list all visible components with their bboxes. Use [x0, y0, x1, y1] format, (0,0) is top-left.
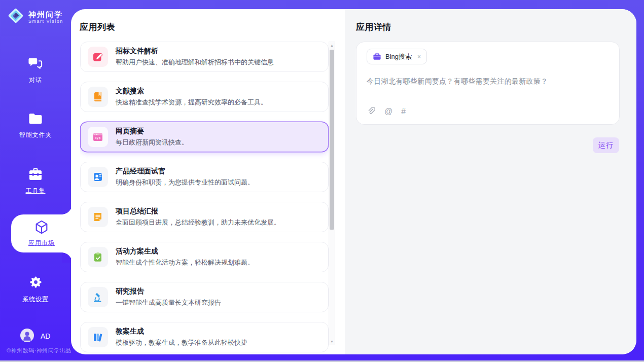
sidebar-item-smart-folder[interactable]: 智能文件夹: [0, 113, 71, 139]
app-card-literature-search[interactable]: 文献搜索 快速精准查找学术资源，提高研究效率的必备工具。: [80, 82, 329, 112]
toolbox-icon: [28, 167, 43, 182]
query-text[interactable]: 今日湖北有哪些新闻要点？有哪些需要关注的最新政策？: [367, 77, 548, 86]
copyright-footer: ©神州数码·神州问学出品: [7, 347, 71, 354]
app-description: 明确身份和职责，为您提供专业性的面试问题。: [116, 178, 254, 187]
scrollbar-down-arrow[interactable]: ▼: [329, 340, 335, 343]
app-name: 产品经理面试官: [116, 167, 254, 176]
app-description: 一键智能生成高质量长文本研究报告: [116, 298, 221, 307]
brand-logo: 神州问学 Smart Vision: [7, 7, 63, 27]
app-name: 研究报告: [116, 287, 221, 296]
app-name: 活动方案生成: [116, 247, 254, 256]
app-card-event-plan[interactable]: 活动方案生成 智能生成个性化活动方案，轻松解决规划难题。: [80, 242, 329, 272]
app-list: 招标文件解析 帮助用户快速、准确地理解和解析招标书中的关键信息 文献搜索 快速精…: [80, 42, 329, 354]
app-list-scrollbar[interactable]: ▲ ▼: [329, 42, 335, 345]
app-description: 全面回顾项目进展，总结经验教训，助力未来优化发展。: [116, 218, 280, 227]
diamond-logo-icon: [7, 7, 25, 27]
tool-chip-bing-search[interactable]: Bing搜索 ×: [367, 49, 427, 64]
user-account[interactable]: AD: [20, 329, 50, 344]
app-description: 智能生成个性化活动方案，轻松解决规划难题。: [116, 258, 254, 267]
app-name: 教案生成: [116, 327, 247, 336]
attachment-toolbar: @ #: [367, 106, 406, 116]
memo-icon: [88, 207, 108, 227]
app-description: 每日政府新闻资讯快查。: [116, 138, 188, 147]
avatar: [20, 329, 34, 344]
briefcase-icon: [373, 52, 381, 61]
scrollbar-up-arrow[interactable]: ▲: [329, 44, 335, 47]
folder-icon: [28, 113, 43, 126]
app-detail-title: 应用详情: [356, 21, 391, 33]
mention-icon[interactable]: @: [384, 107, 392, 116]
app-card-research-report[interactable]: 研究报告 一键智能生成高质量长文本研究报告: [80, 282, 329, 312]
app-list-section: 应用列表 招标文件解析 帮助用户快速、准确地理解和解析招标书中的关键信息: [71, 9, 345, 354]
app-card-webpage-summary[interactable]: 网页摘要 每日政府新闻资讯快查。: [80, 122, 329, 152]
research-icon: [88, 287, 108, 307]
brand-tagline: Smart Vision: [28, 19, 63, 24]
books-icon: [88, 327, 108, 347]
brand-name: 神州问学: [28, 10, 63, 19]
webpage-code-icon: [88, 127, 108, 147]
app-name: 文献搜索: [116, 87, 267, 96]
app-card-bid-parse[interactable]: 招标文件解析 帮助用户快速、准确地理解和解析招标书中的关键信息: [80, 42, 329, 72]
app-name: 招标文件解析: [116, 47, 274, 56]
sidebar-item-label: 工具集: [26, 187, 46, 195]
prompt-card[interactable]: Bing搜索 × 今日湖北有哪些新闻要点？有哪些需要关注的最新政策？ @ #: [356, 42, 620, 125]
sidebar-item-app-market[interactable]: 应用市场: [11, 214, 72, 252]
sidebar-item-chat[interactable]: 对话: [0, 57, 71, 85]
app-list-title: 应用列表: [80, 21, 115, 33]
sidebar-item-label: 应用市场: [28, 239, 55, 247]
gear-icon: [29, 275, 43, 291]
sidebar-item-label: 系统设置: [22, 295, 49, 304]
edit-document-icon: [88, 47, 108, 67]
app-card-pm-interviewer[interactable]: 产品经理面试官 明确身份和职责，为您提供专业性的面试问题。: [80, 162, 329, 192]
cube-icon: [34, 220, 49, 236]
book-icon: [88, 87, 108, 107]
app-name: 项目总结汇报: [116, 207, 280, 216]
app-card-lesson-plan[interactable]: 教案生成 模板驱动，教案生成，教学准备从此轻松快捷: [80, 322, 329, 352]
hashtag-icon[interactable]: #: [401, 107, 406, 116]
app-description: 快速精准查找学术资源，提高研究效率的必备工具。: [116, 98, 267, 107]
main-panel: 应用列表 招标文件解析 帮助用户快速、准确地理解和解析招标书中的关键信息: [71, 9, 636, 354]
interviewer-icon: [88, 167, 108, 187]
sidebar: 神州问学 Smart Vision 对话 智能文件夹 工具集: [0, 0, 71, 362]
scrollbar-thumb[interactable]: [330, 50, 334, 230]
sidebar-item-toolset[interactable]: 工具集: [0, 167, 71, 195]
chat-icon: [28, 57, 43, 71]
run-button[interactable]: 运行: [593, 137, 619, 153]
sidebar-item-label: 智能文件夹: [19, 131, 52, 139]
sidebar-item-settings[interactable]: 系统设置: [0, 275, 71, 304]
app-card-project-summary[interactable]: 项目总结汇报 全面回顾项目进展，总结经验教训，助力未来优化发展。: [80, 202, 329, 232]
app-description: 帮助用户快速、准确地理解和解析招标书中的关键信息: [116, 58, 274, 67]
app-description: 模板驱动，教案生成，教学准备从此轻松快捷: [116, 338, 247, 347]
app-detail-section: 应用详情 Bing搜索 × 今日湖北有哪些新闻要点？有哪些需要关注的最新政策？: [345, 9, 636, 354]
clipboard-check-icon: [88, 247, 108, 267]
tool-chip-label: Bing搜索: [385, 52, 412, 61]
user-label: AD: [41, 332, 50, 340]
sidebar-item-label: 对话: [29, 76, 42, 85]
chip-close-icon[interactable]: ×: [417, 53, 421, 60]
app-name: 网页摘要: [116, 127, 188, 136]
paperclip-icon[interactable]: [367, 106, 376, 116]
